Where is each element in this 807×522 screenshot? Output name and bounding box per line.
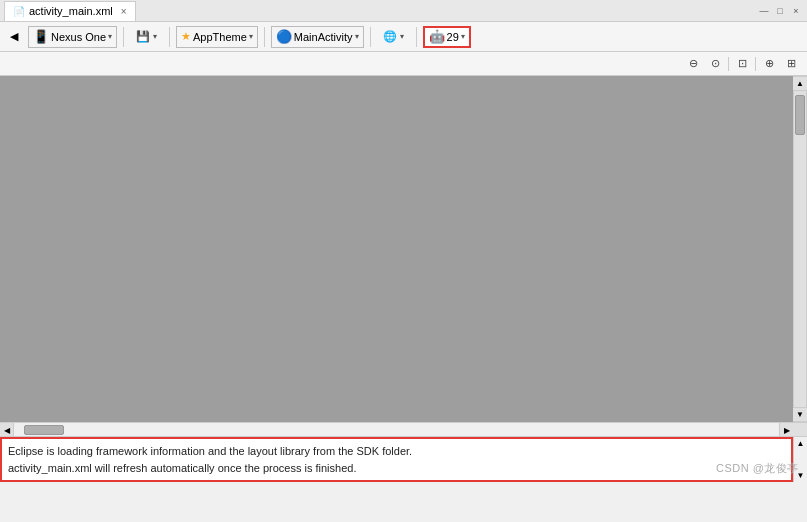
phone-icon: 📱 <box>33 29 49 44</box>
back-icon: ◀ <box>10 30 18 43</box>
activity-selector[interactable]: 🔵 MainActivity ▾ <box>271 26 364 48</box>
window-close-button[interactable]: × <box>789 4 803 18</box>
locale-button[interactable]: 🌐 ▾ <box>377 26 410 48</box>
window-maximize-button[interactable]: □ <box>773 4 787 18</box>
api-level-selector[interactable]: 🤖 29 ▾ <box>423 26 471 48</box>
separator-2 <box>169 27 170 47</box>
separator-5 <box>416 27 417 47</box>
scroll-corner <box>793 423 807 437</box>
api-level-label: 29 <box>447 31 459 43</box>
tab-file-icon: 📄 <box>13 6 25 17</box>
theme-selector[interactable]: ★ AppTheme ▾ <box>176 26 258 48</box>
status-message-area: Eclipse is loading framework information… <box>0 437 793 482</box>
locale-dropdown-arrow: ▾ <box>400 32 404 41</box>
toolbar: ◀ 📱 Nexus One ▾ 💾 ▾ ★ AppTheme ▾ 🔵 MainA… <box>0 22 807 52</box>
api-dropdown-arrow: ▾ <box>461 32 465 41</box>
scroll-left-button[interactable]: ◀ <box>0 423 14 437</box>
android-icon: 🤖 <box>429 29 445 44</box>
scroll-thumb-h[interactable] <box>24 425 64 435</box>
status-line1: Eclipse is loading framework information… <box>8 443 785 460</box>
tab-area: 📄 activity_main.xml × <box>4 1 757 21</box>
device-label: Nexus One <box>51 31 106 43</box>
globe-icon: 🌐 <box>383 30 397 43</box>
device-selector[interactable]: 📱 Nexus One ▾ <box>28 26 117 48</box>
status-line2: activity_main.xml will refresh automatic… <box>8 460 785 477</box>
tab-activity-main[interactable]: 📄 activity_main.xml × <box>4 1 136 21</box>
tab-label: activity_main.xml <box>29 5 113 17</box>
save-icon: 💾 <box>136 30 150 43</box>
title-bar: 📄 activity_main.xml × — □ × <box>0 0 807 22</box>
zoom-fit1-button[interactable]: ⊙ <box>705 55 725 73</box>
scroll-up-button[interactable]: ▲ <box>793 77 807 91</box>
zoom-separator-2 <box>755 57 756 71</box>
zoom-separator <box>728 57 729 71</box>
separator-1 <box>123 27 124 47</box>
watermark: CSDN @龙俊亭 <box>716 461 799 476</box>
separator-4 <box>370 27 371 47</box>
activity-label: MainActivity <box>294 31 353 43</box>
window-minimize-button[interactable]: — <box>757 4 771 18</box>
zoom-in-button[interactable]: ⊕ <box>759 55 779 73</box>
tab-close-button[interactable]: × <box>121 6 127 17</box>
theme-label: AppTheme <box>193 31 247 43</box>
zoom-out-button[interactable]: ⊖ <box>683 55 703 73</box>
scroll-down-button[interactable]: ▼ <box>793 407 807 421</box>
theme-icon: ★ <box>181 30 191 43</box>
horizontal-scrollbar-row: ◀ ▶ <box>0 422 807 436</box>
activity-icon: 🔵 <box>276 29 292 44</box>
status-scroll-up[interactable]: ▲ <box>795 437 807 450</box>
layout-canvas <box>0 76 793 422</box>
vertical-scrollbar[interactable]: ▲ ▼ <box>793 76 807 422</box>
back-button[interactable]: ◀ <box>4 26 24 48</box>
scroll-thumb-v[interactable] <box>795 95 805 135</box>
zoom-toolbar: ⊖ ⊙ ⊡ ⊕ ⊞ <box>0 52 807 76</box>
save-dropdown-arrow: ▾ <box>153 32 157 41</box>
status-bar: Eclipse is loading framework information… <box>0 436 807 482</box>
save-button[interactable]: 💾 ▾ <box>130 26 163 48</box>
zoom-max-button[interactable]: ⊞ <box>781 55 801 73</box>
hscroll-track <box>14 423 779 436</box>
activity-dropdown-arrow: ▾ <box>355 32 359 41</box>
theme-dropdown-arrow: ▾ <box>249 32 253 41</box>
device-dropdown-arrow: ▾ <box>108 32 112 41</box>
window-controls: — □ × <box>757 4 803 18</box>
separator-3 <box>264 27 265 47</box>
scroll-right-button[interactable]: ▶ <box>779 423 793 437</box>
zoom-fit2-button[interactable]: ⊡ <box>732 55 752 73</box>
